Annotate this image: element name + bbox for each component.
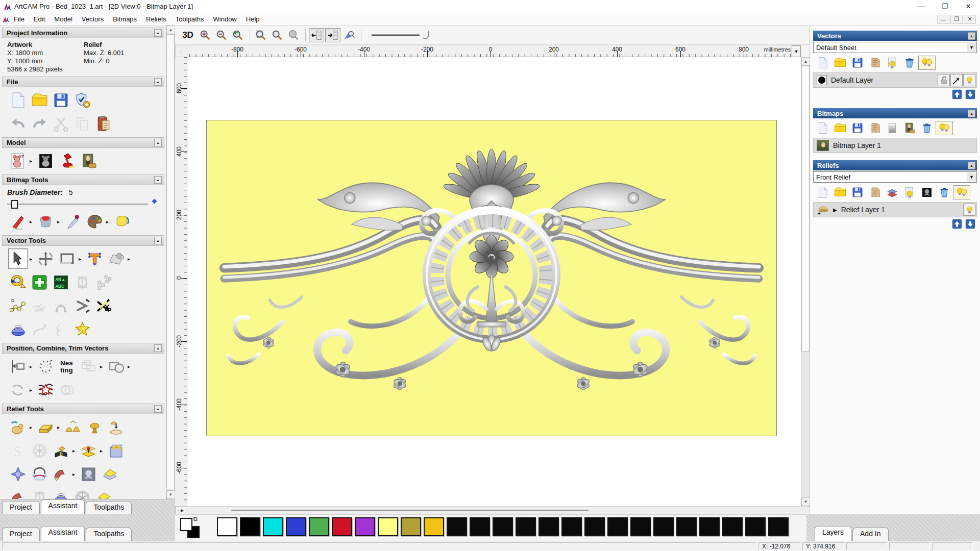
vector-texture-abc-button[interactable] bbox=[51, 272, 70, 292]
new-vector-layer-button[interactable] bbox=[814, 56, 831, 70]
flyout-arrow-icon[interactable]: ▸ bbox=[100, 448, 105, 454]
move-relief-layer-up-button[interactable] bbox=[951, 219, 963, 229]
palette-swatch-3[interactable] bbox=[286, 517, 306, 536]
fit-curve-button[interactable] bbox=[30, 319, 49, 339]
open-model-button[interactable] bbox=[30, 90, 49, 110]
menu-model[interactable]: Model bbox=[50, 14, 77, 24]
new-relief-layer-button[interactable] bbox=[814, 185, 831, 199]
invert-greyscale-button[interactable] bbox=[36, 151, 55, 171]
vector-texture-button[interactable] bbox=[36, 380, 55, 400]
flyout-arrow-icon[interactable]: ▸ bbox=[30, 256, 35, 262]
tab-assistant[interactable]: Assistant bbox=[41, 499, 85, 514]
zoom-to-selection-button[interactable] bbox=[270, 28, 285, 42]
zoom-in-button[interactable] bbox=[198, 28, 213, 42]
ruler-units-dropdown[interactable]: ▼ bbox=[792, 45, 801, 57]
flyout-arrow-icon[interactable]: ▸ bbox=[100, 364, 105, 369]
toggle-all-bitmap-layers-button[interactable] bbox=[936, 121, 953, 135]
mdi-close-button[interactable]: ✕ bbox=[964, 15, 976, 24]
scroll-thumb[interactable] bbox=[166, 34, 175, 489]
assistant-scrollbar[interactable]: ▲ ▼ bbox=[166, 26, 175, 499]
palette-swatch-13[interactable] bbox=[516, 517, 536, 536]
flyout-arrow-icon[interactable]: ▸ bbox=[30, 364, 35, 369]
snap-grid-button[interactable] bbox=[30, 272, 49, 292]
slider-track[interactable] bbox=[7, 204, 148, 205]
merge-relief-layers-button[interactable] bbox=[866, 185, 884, 199]
palette-swatch-16[interactable] bbox=[584, 517, 605, 536]
create-polyline-button[interactable] bbox=[8, 295, 28, 316]
vector-layer-name[interactable]: Default Layer bbox=[831, 76, 873, 84]
zoom-object-disabled-button[interactable] bbox=[286, 28, 301, 42]
create-star-button[interactable] bbox=[72, 319, 92, 339]
relief-stack-button[interactable] bbox=[884, 185, 901, 199]
collapse-project-information-button[interactable]: ▲ bbox=[154, 29, 162, 37]
palette-swatch-23[interactable] bbox=[745, 517, 766, 536]
copy-button[interactable] bbox=[72, 113, 92, 134]
flyout-arrow-icon[interactable]: ▸ bbox=[128, 256, 133, 262]
weld-vectors-button[interactable] bbox=[106, 356, 126, 377]
expand-relief-layer-icon[interactable]: ▶ bbox=[833, 207, 837, 213]
2d-view-canvas[interactable] bbox=[187, 57, 801, 506]
add-material-button[interactable] bbox=[36, 417, 55, 437]
toggle-all-vector-layers-button[interactable] bbox=[918, 56, 936, 70]
relief-envelope-button[interactable] bbox=[106, 440, 126, 461]
flyout-arrow-icon[interactable]: ▸ bbox=[128, 364, 133, 369]
new-bitmap-layer-button[interactable] bbox=[814, 121, 831, 135]
greyscale-bitmap-button[interactable] bbox=[884, 121, 901, 135]
save-relief-layer-button[interactable] bbox=[849, 185, 866, 199]
collapse-file-button[interactable]: ▲ bbox=[154, 78, 162, 86]
paint-button[interactable] bbox=[8, 211, 28, 232]
canvas-scroll-up-button[interactable]: ▲ bbox=[801, 57, 810, 66]
join-vectors-button[interactable] bbox=[8, 380, 28, 400]
layer-colour-swatch[interactable] bbox=[817, 75, 827, 85]
cut-vector-button[interactable] bbox=[94, 295, 113, 316]
tab-add-in[interactable]: Add In bbox=[852, 528, 888, 541]
flyout-arrow-icon[interactable]: ▸ bbox=[30, 219, 35, 224]
flyout-arrow-icon[interactable]: ▸ bbox=[106, 219, 111, 224]
dome-relief-button[interactable] bbox=[51, 487, 70, 499]
tab-assistant-bottom[interactable]: Assistant bbox=[41, 526, 85, 541]
palette-swatch-19[interactable] bbox=[653, 517, 674, 536]
flyout-arrow-icon[interactable]: ▸ bbox=[30, 158, 35, 164]
relief-select[interactable]: Front Relief ▼ bbox=[813, 171, 977, 183]
primary-secondary-colour-indicator[interactable]: ⧉ bbox=[180, 518, 204, 538]
distort-vectors-button[interactable] bbox=[106, 248, 126, 269]
brush-diameter-slider[interactable] bbox=[7, 199, 159, 209]
canvas-horizontal-scrollbar[interactable]: ⋮▶ bbox=[175, 506, 810, 514]
palette-swatch-2[interactable] bbox=[263, 517, 283, 536]
palette-swatch-8[interactable] bbox=[401, 517, 421, 536]
next-bitmap-layer-button[interactable] bbox=[325, 28, 340, 42]
collapse-bitmap-tools-button[interactable]: ▲ bbox=[154, 176, 162, 184]
collapse-vector-tools-button[interactable]: ▲ bbox=[154, 237, 162, 244]
palette-swatch-5[interactable] bbox=[332, 517, 352, 536]
bitmap-layer-name[interactable]: Bitmap Layer 1 bbox=[833, 141, 881, 149]
colour-palette-button[interactable] bbox=[85, 211, 104, 232]
flyout-arrow-icon[interactable]: ▸ bbox=[79, 256, 84, 262]
palette-swatch-15[interactable] bbox=[561, 517, 582, 536]
scroll-up-button[interactable]: ▲ bbox=[166, 26, 175, 34]
tab-project[interactable]: Project bbox=[2, 501, 40, 514]
menu-file[interactable]: File bbox=[9, 14, 29, 24]
menu-help[interactable]: Help bbox=[241, 14, 264, 24]
bitmap-layer-row[interactable]: Bitmap Layer 1 bbox=[813, 138, 977, 153]
palette-swatch-24[interactable] bbox=[768, 517, 789, 536]
shape-editor-button[interactable] bbox=[85, 417, 104, 437]
undo-button[interactable] bbox=[8, 113, 28, 134]
palette-swatch-18[interactable] bbox=[630, 517, 651, 536]
new-model-button[interactable] bbox=[8, 90, 28, 110]
offset-relief-button[interactable] bbox=[100, 464, 119, 484]
palette-swatch-9[interactable] bbox=[424, 517, 444, 536]
collapse-reliefs-panel-button[interactable]: ▲ bbox=[968, 162, 975, 169]
emboss-relief-button[interactable] bbox=[79, 464, 98, 484]
group-vectors-button[interactable] bbox=[79, 356, 98, 377]
canvas-scroll-left-button[interactable]: ⋮▶ bbox=[175, 507, 185, 514]
nesting-button[interactable]: Nesting bbox=[57, 356, 77, 377]
move-layer-down-button[interactable] bbox=[965, 89, 976, 99]
move-relief-layer-down-button[interactable] bbox=[965, 219, 976, 229]
palette-swatch-11[interactable] bbox=[470, 517, 490, 536]
greyscale-from-model-button[interactable] bbox=[8, 151, 28, 171]
basket-weave-button[interactable] bbox=[30, 487, 49, 499]
sharp-polyline-button[interactable] bbox=[72, 295, 92, 316]
move-layer-up-button[interactable] bbox=[951, 89, 963, 99]
paste-button[interactable] bbox=[94, 113, 113, 134]
mirror-vectors-button[interactable] bbox=[51, 319, 70, 339]
